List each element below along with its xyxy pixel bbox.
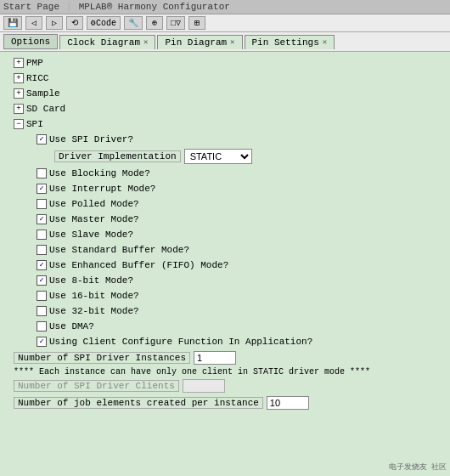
use-polled-label: Use Polled Mode? [49, 197, 139, 211]
use-standard-label: Use Standard Buffer Mode? [49, 243, 189, 257]
forward-button[interactable]: ▷ [46, 16, 63, 30]
sample-label: Sample [26, 87, 60, 100]
pmp-label: PMP [26, 56, 43, 70]
use-interrupt-label: Use Interrupt Mode? [49, 182, 155, 196]
title-bar: Start Page | MPLAB® Harmony Configurator [0, 0, 450, 14]
driver-impl-label: Driver Implementation [54, 150, 181, 162]
ricc-item[interactable]: + RICC [14, 71, 443, 86]
num-instances-row: Number of SPI Driver Instances [14, 349, 443, 366]
ricc-expand[interactable]: + [14, 73, 24, 83]
use-standard-item: Use Standard Buffer Mode? [24, 242, 443, 258]
toolbar: 💾 ◁ ▷ ⟲ ⚙Code 🔧 ⊕ □▽ ⊞ [0, 14, 450, 32]
use-spi-driver-checkbox[interactable]: ✓ [37, 134, 47, 144]
tabs-bar: Options Clock Diagram ✕ Pin Diagram ✕ Pi… [0, 32, 450, 52]
using-client-item: ✓ Using Client Configure Function In App… [24, 334, 443, 349]
tab-pin-settings[interactable]: Pin Settings ✕ [245, 35, 335, 49]
use-polled-item: Use Polled Mode? [24, 196, 443, 212]
use-32bit-label: Use 32-bit Mode? [49, 304, 139, 318]
tool3-button[interactable]: □▽ [166, 16, 185, 30]
use-polled-checkbox[interactable] [37, 199, 47, 209]
use-slave-item: Use Slave Mode? [24, 227, 443, 242]
use-spi-driver-label: Use SPI Driver? [49, 133, 133, 146]
pmp-expand[interactable]: + [14, 58, 24, 68]
use-enhanced-item: ✓ Use Enhanced Buffer (FIFO) Mode? [24, 258, 443, 273]
close-pin-diagram[interactable]: ✕ [230, 37, 234, 47]
using-client-checkbox[interactable]: ✓ [37, 337, 47, 347]
num-clients-input [183, 379, 225, 393]
num-jobs-input[interactable] [267, 396, 309, 410]
options-tab[interactable]: Options [3, 34, 58, 49]
num-instances-label: Number of SPI Driver Instances [14, 352, 190, 364]
close-pin-settings[interactable]: ✕ [323, 37, 327, 47]
use-slave-checkbox[interactable] [37, 230, 47, 240]
use-16bit-item: Use 16-bit Mode? [24, 288, 443, 303]
use-32bit-item: Use 32-bit Mode? [24, 303, 443, 319]
use-8bit-item: ✓ Use 8-bit Mode? [24, 273, 443, 288]
save-button[interactable]: 💾 [3, 16, 22, 30]
ricc-label: RICC [26, 71, 48, 85]
tool1-button[interactable]: 🔧 [124, 16, 143, 30]
pmp-item[interactable]: + PMP [14, 55, 443, 71]
back-button[interactable]: ◁ [25, 16, 42, 30]
sdcard-label: SD Card [26, 102, 65, 116]
use-8bit-label: Use 8-bit Mode? [49, 274, 133, 287]
use-master-checkbox[interactable]: ✓ [37, 214, 47, 224]
driver-impl-select[interactable]: STATIC DYNAMIC [184, 149, 252, 164]
num-instances-input[interactable] [194, 351, 236, 365]
use-spi-driver-item: ✓ Use SPI Driver? [24, 132, 443, 147]
spi-item[interactable]: − SPI [14, 116, 443, 132]
note-text: **** Each instance can have only one cli… [14, 366, 443, 377]
use-master-label: Use Master Mode? [49, 212, 139, 226]
use-standard-checkbox[interactable] [37, 245, 47, 255]
refresh-button[interactable]: ⟲ [66, 16, 83, 30]
use-blocking-checkbox[interactable] [37, 168, 47, 178]
use-dma-label: Use DMA? [49, 320, 94, 333]
main-content: + PMP + RICC + Sample + SD Card − SPI ✓ … [0, 52, 450, 467]
use-enhanced-checkbox[interactable]: ✓ [37, 260, 47, 270]
tool4-button[interactable]: ⊞ [188, 16, 205, 30]
driver-impl-row: Driver Implementation STATIC DYNAMIC [54, 147, 443, 166]
sdcard-expand[interactable]: + [14, 104, 24, 114]
use-master-item: ✓ Use Master Mode? [24, 212, 443, 227]
use-8bit-checkbox[interactable]: ✓ [37, 275, 47, 286]
use-blocking-item: Use Blocking Mode? [24, 166, 443, 181]
tab-pin-diagram[interactable]: Pin Diagram ✕ [157, 35, 242, 49]
num-clients-label: Number of SPI Driver Clients [14, 380, 179, 392]
spi-label: SPI [26, 117, 43, 131]
use-interrupt-item: ✓ Use Interrupt Mode? [24, 181, 443, 196]
num-jobs-label: Number of job elements created per insta… [14, 397, 263, 409]
use-dma-item: Use DMA? [24, 319, 443, 334]
configurator-tab[interactable]: MPLAB® Harmony Configurator [79, 2, 230, 12]
use-16bit-label: Use 16-bit Mode? [49, 289, 139, 303]
tab-clock-diagram[interactable]: Clock Diagram ✕ [59, 35, 155, 49]
using-client-label: Using Client Configure Function In Appli… [49, 335, 312, 348]
code-button[interactable]: ⚙Code [87, 16, 121, 30]
sample-item[interactable]: + Sample [14, 86, 443, 101]
use-32bit-checkbox[interactable] [37, 306, 47, 316]
num-clients-row: Number of SPI Driver Clients [14, 377, 443, 394]
use-slave-label: Use Slave Mode? [49, 228, 133, 241]
num-jobs-row: Number of job elements created per insta… [14, 394, 443, 411]
use-blocking-label: Use Blocking Mode? [49, 167, 150, 180]
tool2-button[interactable]: ⊕ [146, 16, 163, 30]
start-page-tab[interactable]: Start Page [3, 2, 59, 12]
use-interrupt-checkbox[interactable]: ✓ [37, 184, 47, 194]
sdcard-item[interactable]: + SD Card [14, 101, 443, 116]
use-enhanced-label: Use Enhanced Buffer (FIFO) Mode? [49, 258, 228, 272]
spi-expand[interactable]: − [14, 119, 24, 129]
close-clock-diagram[interactable]: ✕ [143, 37, 148, 47]
use-dma-checkbox[interactable] [37, 321, 47, 332]
sample-expand[interactable]: + [14, 88, 24, 99]
watermark: 电子发烧友 社区 [389, 462, 447, 473]
use-16bit-checkbox[interactable] [37, 291, 47, 301]
